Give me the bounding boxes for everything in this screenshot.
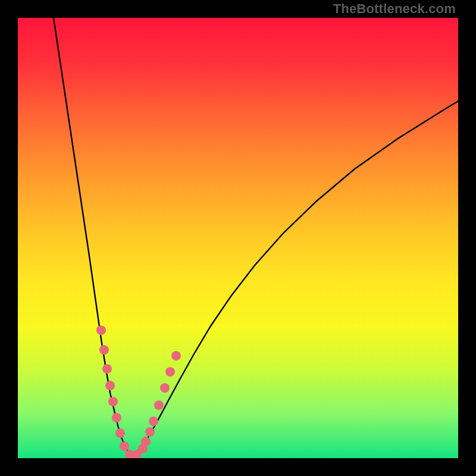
marker-dot — [165, 367, 175, 377]
marker-dot — [99, 345, 109, 355]
marker-dot — [141, 437, 151, 446]
curve-right — [132, 101, 458, 456]
marker-dot — [115, 428, 125, 438]
marker-dot — [108, 397, 118, 406]
marker-dot — [154, 400, 164, 410]
plot-area — [18, 18, 458, 458]
marker-dot — [149, 416, 158, 426]
marker-dots — [96, 325, 181, 458]
marker-dot — [105, 381, 115, 390]
marker-dot — [171, 351, 181, 361]
watermark-text: TheBottleneck.com — [333, 1, 456, 17]
marker-dot — [102, 364, 112, 374]
marker-dot — [96, 325, 106, 335]
chart-svg — [18, 18, 458, 458]
curve-left — [54, 18, 132, 456]
marker-dot — [112, 413, 121, 422]
marker-dot — [120, 441, 129, 451]
marker-dot — [160, 383, 170, 393]
marker-dot — [145, 427, 155, 437]
chart-frame: TheBottleneck.com — [0, 0, 476, 476]
